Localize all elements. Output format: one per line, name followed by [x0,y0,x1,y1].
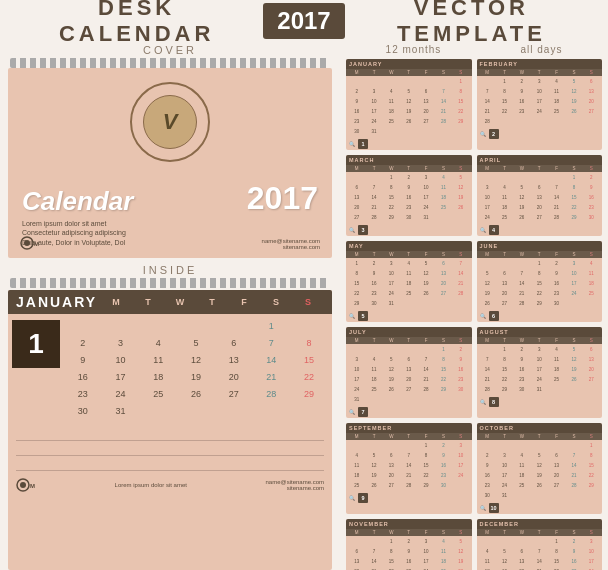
inside-footer-email: name@sitename.com sitename.com [266,479,324,491]
right-panel-header: 12 months all days [346,42,602,55]
mini-cal-march: MARCHMTWTFSS1234567891011121314151617181… [346,155,472,236]
cover-spiral [10,58,330,68]
right-panel: 12 months all days JANUARYMTWTFSS1234567… [340,42,608,570]
mini-cal-header-10: NOVEMBER [346,519,472,529]
cal-row-5: 30 31 [64,403,328,419]
mini-day-headers-7: MTWTFSS [477,337,603,344]
emblem-letter: V [143,95,197,149]
header-year: 2017 [263,3,344,39]
big-date-display: 1 [12,320,60,368]
mini-cal-grid-3: 1234567891011121314151617181920212223242… [477,172,603,224]
mini-day-headers-9: MTWTFSS [477,433,603,440]
header-title-left: DESK CALENDAR [20,0,253,47]
note-line-1 [16,427,324,441]
mini-cal-header-6: JULY [346,327,472,337]
mini-day-headers-10: MTWTFSS [346,529,472,536]
mini-cal-grid-6: 1234567891011121314151617181920212223242… [346,344,472,406]
main-content: COVER V Calendar 2017 Lorem ipsum dolor … [0,42,608,570]
mini-cal-november: NOVEMBERMTWTFSS1234567891011121314151617… [346,519,472,570]
day-hdr-W: W [170,297,190,307]
mini-cal-august: AUGUSTMTWTFSS123456789101112131415161718… [477,327,603,418]
mini-day-headers-0: MTWTFSS [346,69,472,76]
mini-cal-july: JULYMTWTFSS12345678910111213141516171819… [346,327,472,418]
mini-day-headers-5: MTWTFSS [477,251,603,258]
svg-text:M: M [34,241,39,247]
cover-logo-icon: M [20,236,40,250]
mini-cal-grid-2: 1234567891011121314151617181920212223242… [346,172,472,224]
cover-calendar-text: Calendar [22,186,133,217]
emblem-circle: V [130,82,210,162]
notes-lines [8,423,332,476]
mini-day-headers-8: MTWTFSS [346,433,472,440]
header-title-right: VECTOR TEMPLATE [355,0,588,47]
inside-footer: M Lorem ipsum dolor sit amet name@sitena… [8,476,332,494]
cover-label: COVER [8,44,332,56]
inside-subtitle: Lorem ipsum dolor sit amet [115,482,187,488]
svg-point-4 [20,482,26,488]
cover-emblem: V [130,82,210,162]
mini-cal-may: MAYMTWTFSS123456789101112131415161718192… [346,241,472,322]
mini-day-headers-6: MTWTFSS [346,337,472,344]
mini-cal-grid-4: 1234567891011121314151617181920212223242… [346,258,472,310]
mini-day-headers-1: MTWTFSS [477,69,603,76]
calendar-grid: 1 2 3 4 5 6 7 8 9 [64,318,328,419]
mini-cal-grid-9: 1234567891011121314151617181920212223242… [477,440,603,502]
cover-title-area: Calendar 2017 [22,180,318,217]
day-headers: M T W T F S S [100,297,324,307]
day-hdr-M: M [106,297,126,307]
day-hdr-T1: T [138,297,158,307]
day-hdr-S: S [266,297,286,307]
cover-card: V Calendar 2017 Lorem ipsum dolor sit am… [8,68,332,258]
day-hdr-T2: T [202,297,222,307]
inside-calendar-header: JANUARY M T W T F S S [8,290,332,314]
svg-point-1 [24,240,30,246]
mini-cal-october: OCTOBERMTWTFSS12345678910111213141516171… [477,423,603,514]
mini-day-headers-4: MTWTFSS [346,251,472,258]
mini-cal-header-5: JUNE [477,241,603,251]
mini-cal-header-1: FEBRUARY [477,59,603,69]
mini-day-headers-2: MTWTFSS [346,165,472,172]
inside-logo-icon: M [16,478,36,492]
mini-cal-january: JANUARYMTWTFSS12345678910111213141516171… [346,59,472,150]
mini-cal-header-2: MARCH [346,155,472,165]
day-hdr-Sun: S [298,297,318,307]
mini-cal-grid-11: 1234567891011121314151617181920212223242… [477,536,603,570]
mini-cal-grid-8: 1234567891011121314151617181920212223242… [346,440,472,492]
mini-day-headers-3: MTWTFSS [477,165,603,172]
calendar-body: 1 1 2 3 4 [8,314,332,423]
cal-row-2: 9 10 11 12 13 14 15 [64,352,328,368]
mini-cal-header-11: DECEMBER [477,519,603,529]
svg-text:M: M [30,483,35,489]
inside-footer-text: Lorem ipsum dolor sit amet [115,482,187,488]
cal-row-4: 23 24 25 26 27 28 29 [64,386,328,402]
mini-calendars-grid: JANUARYMTWTFSS12345678910111213141516171… [346,59,602,570]
month-label: JANUARY [16,294,96,310]
cal-row-3: 16 17 18 19 20 21 22 [64,369,328,385]
mini-cal-grid-7: 1234567891011121314151617181920212223242… [477,344,603,396]
right-label-months: 12 months [386,44,442,55]
mini-cal-header-7: AUGUST [477,327,603,337]
cal-row-0: 1 [64,318,328,334]
mini-cal-february: FEBRUARYMTWTFSS1234567891011121314151617… [477,59,603,150]
right-label-days: all days [520,44,562,55]
mini-cal-header-3: APRIL [477,155,603,165]
cover-email: name@sitename.com sitename.com [262,238,320,250]
cover-subtitle-line1: Lorem ipsum dolor sit amet [22,220,106,227]
header: DESK CALENDAR 2017 VECTOR TEMPLATE [0,0,608,42]
inside-spiral [10,278,330,288]
cover-year-text: 2017 [247,180,318,217]
mini-cal-grid-0: 1234567891011121314151617181920212223242… [346,76,472,138]
left-panel: COVER V Calendar 2017 Lorem ipsum dolor … [0,42,340,570]
cal-row-1: 2 3 4 5 6 7 8 [64,335,328,351]
mini-cal-april: APRILMTWTFSS1234567891011121314151617181… [477,155,603,236]
note-line-3 [16,457,324,471]
mini-cal-header-8: SEPTEMBER [346,423,472,433]
mini-cal-header-9: OCTOBER [477,423,603,433]
mini-cal-grid-1: 1234567891011121314151617181920212223242… [477,76,603,128]
mini-cal-december: DECEMBERMTWTFSS1234567891011121314151617… [477,519,603,570]
mini-cal-june: JUNEMTWTFSS12345678910111213141516171819… [477,241,603,322]
mini-cal-grid-10: 1234567891011121314151617181920212223242… [346,536,472,570]
note-line-2 [16,442,324,456]
mini-cal-header-0: JANUARY [346,59,472,69]
mini-day-headers-11: MTWTFSS [477,529,603,536]
